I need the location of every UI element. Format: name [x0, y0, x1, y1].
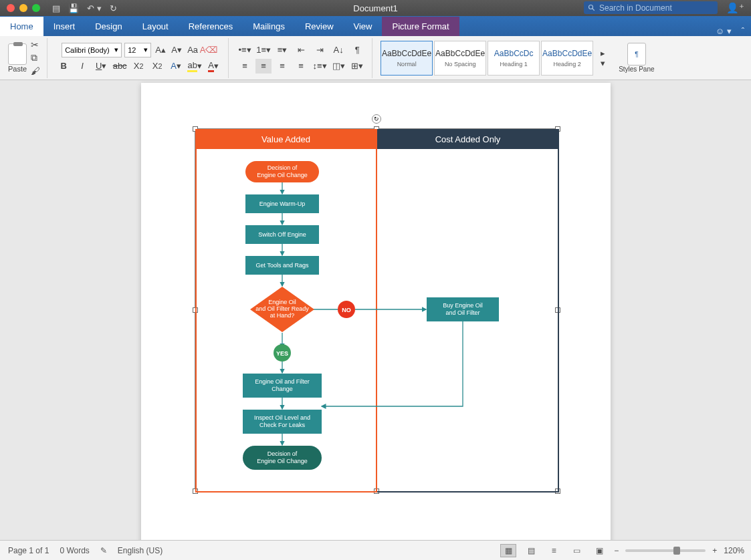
- tab-insert[interactable]: Insert: [43, 17, 86, 36]
- window-controls: [7, 4, 40, 12]
- cut-icon[interactable]: ✂: [31, 39, 40, 50]
- tab-view[interactable]: View: [344, 17, 383, 36]
- maximize-window-icon[interactable]: [32, 4, 40, 12]
- zoom-level[interactable]: 120%: [724, 546, 744, 555]
- superscript-button[interactable]: X2: [149, 59, 165, 74]
- subscript-button[interactable]: X2: [130, 59, 146, 74]
- font-group: Calibri (Body)▾ 12▾ A▴ A▾ Aa A⌫ B I U▾ a…: [53, 38, 229, 78]
- document-canvas[interactable]: ↻ Value Added Cost Added Only: [0, 80, 751, 540]
- justify-icon[interactable]: ≡: [293, 59, 309, 74]
- styles-pane-button[interactable]: ¶ Styles Pane: [619, 43, 654, 73]
- align-left-icon[interactable]: ≡: [237, 59, 253, 74]
- save-icon[interactable]: ▤: [52, 3, 60, 13]
- line-spacing-icon[interactable]: ↕≡▾: [312, 59, 328, 74]
- tab-layout[interactable]: Layout: [132, 17, 179, 36]
- styles-pane-label: Styles Pane: [619, 65, 654, 73]
- bold-button[interactable]: B: [56, 59, 72, 74]
- zoom-out-icon[interactable]: −: [614, 546, 619, 555]
- save-as-icon[interactable]: 💾: [68, 3, 79, 13]
- print-layout-view-icon[interactable]: ▦: [500, 544, 516, 557]
- svg-text:Inspect Oil Level and: Inspect Oil Level and: [253, 414, 310, 421]
- flowchart-diagram: Value Added Cost Added Only: [195, 129, 559, 493]
- grow-font-icon[interactable]: A▴: [154, 43, 167, 57]
- zoom-slider[interactable]: [625, 549, 706, 552]
- font-size-select[interactable]: 12▾: [124, 43, 151, 57]
- text-effects-icon[interactable]: A▾: [168, 59, 184, 74]
- numbering-icon[interactable]: 1≡▾: [255, 43, 272, 57]
- tab-mailings[interactable]: Mailings: [243, 17, 295, 36]
- italic-button[interactable]: I: [74, 59, 90, 74]
- tab-home[interactable]: Home: [0, 17, 43, 36]
- picture-selection[interactable]: ↻ Value Added Cost Added Only: [195, 128, 558, 492]
- show-marks-icon[interactable]: ¶: [349, 43, 365, 57]
- draft-view-icon[interactable]: ▭: [568, 544, 584, 557]
- shrink-font-icon[interactable]: A▾: [170, 43, 183, 57]
- web-layout-view-icon[interactable]: ▤: [523, 544, 539, 557]
- svg-text:Engine Warm-Up: Engine Warm-Up: [259, 200, 305, 207]
- focus-view-icon[interactable]: ▣: [591, 544, 607, 557]
- multilevel-icon[interactable]: ≡▾: [274, 43, 290, 57]
- word-count[interactable]: 0 Words: [60, 546, 89, 555]
- titlebar: ▤ 💾 ↶ ▾ ↻ Document1 Search in Document 👤…: [0, 0, 751, 16]
- styles-more-icon[interactable]: ▸▾: [595, 51, 611, 65]
- underline-button[interactable]: U▾: [93, 59, 109, 74]
- style-normal[interactable]: AaBbCcDdEeNormal: [381, 41, 433, 76]
- style-heading-1[interactable]: AaBbCcDcHeading 1: [488, 41, 540, 76]
- align-right-icon[interactable]: ≡: [274, 59, 290, 74]
- svg-text:YES: YES: [276, 350, 288, 357]
- font-color-icon[interactable]: A▾: [205, 59, 221, 74]
- svg-text:Engine Oil: Engine Oil: [268, 299, 296, 305]
- clear-format-icon[interactable]: A⌫: [202, 43, 215, 57]
- style-heading-2[interactable]: AaBbCcDdEeHeading 2: [541, 41, 593, 76]
- change-case-icon[interactable]: Aa: [186, 43, 199, 57]
- page-count[interactable]: Page 1 of 1: [8, 546, 49, 555]
- svg-text:Decision of: Decision of: [267, 164, 297, 171]
- share-icon[interactable]: 👤⁺: [726, 2, 744, 14]
- search-input[interactable]: Search in Document: [584, 1, 718, 14]
- svg-text:and Oil Filter: and Oil Filter: [445, 309, 479, 316]
- undo-icon[interactable]: ↶ ▾: [87, 3, 102, 13]
- copy-icon[interactable]: ⧉: [31, 52, 40, 63]
- spellcheck-icon[interactable]: ✎: [100, 546, 107, 555]
- tab-picture-format[interactable]: Picture Format: [382, 17, 459, 36]
- decrease-indent-icon[interactable]: ⇤: [293, 43, 309, 57]
- increase-indent-icon[interactable]: ⇥: [312, 43, 328, 57]
- redo-icon[interactable]: ↻: [110, 3, 117, 13]
- minimize-window-icon[interactable]: [19, 4, 27, 12]
- shading-icon[interactable]: ◫▾: [330, 59, 346, 74]
- zoom-in-icon[interactable]: +: [712, 546, 717, 555]
- sort-icon[interactable]: A↓: [330, 43, 346, 57]
- svg-text:NO: NO: [342, 307, 351, 313]
- paste-button[interactable]: Paste: [8, 43, 27, 73]
- svg-text:Engine Oil Change: Engine Oil Change: [257, 458, 308, 464]
- style-no-spacing[interactable]: AaBbCcDdEeNo Spacing: [434, 41, 486, 76]
- feedback-icon[interactable]: ☺ ▾: [716, 26, 732, 36]
- outline-view-icon[interactable]: ≡: [546, 544, 562, 557]
- font-family-select[interactable]: Calibri (Body)▾: [62, 43, 122, 57]
- tab-design[interactable]: Design: [85, 17, 132, 36]
- paste-label: Paste: [8, 65, 27, 73]
- svg-text:Engine Oil and Filter: Engine Oil and Filter: [255, 378, 310, 385]
- language[interactable]: English (US): [118, 546, 163, 555]
- clipboard-group: Paste ✂ ⧉ 🖌: [5, 38, 47, 78]
- align-center-icon[interactable]: ≡: [255, 59, 272, 74]
- svg-text:Engine Oil Change: Engine Oil Change: [257, 172, 308, 178]
- bullets-icon[interactable]: •≡▾: [237, 43, 253, 57]
- quick-access-toolbar: ▤ 💾 ↶ ▾ ↻: [52, 3, 117, 13]
- page: ↻ Value Added Cost Added Only: [141, 83, 611, 540]
- svg-text:at Hand?: at Hand?: [270, 312, 294, 319]
- svg-text:Check For Leaks: Check For Leaks: [259, 422, 305, 428]
- collapse-ribbon-icon[interactable]: ˆ: [742, 26, 744, 36]
- borders-icon[interactable]: ⊞▾: [349, 59, 365, 74]
- search-placeholder: Search in Document: [599, 3, 672, 13]
- column-header-left: Value Added: [195, 129, 377, 149]
- rotate-handle-icon[interactable]: ↻: [372, 114, 381, 124]
- tab-references[interactable]: References: [179, 17, 243, 36]
- close-window-icon[interactable]: [7, 4, 15, 12]
- format-painter-icon[interactable]: 🖌: [31, 65, 40, 76]
- ribbon: Paste ✂ ⧉ 🖌 Calibri (Body)▾ 12▾ A▴ A▾ Aa…: [0, 36, 751, 80]
- svg-line-1: [593, 8, 595, 10]
- highlight-icon[interactable]: ab▾: [187, 59, 203, 74]
- strikethrough-button[interactable]: abc: [112, 59, 128, 74]
- tab-review[interactable]: Review: [295, 17, 344, 36]
